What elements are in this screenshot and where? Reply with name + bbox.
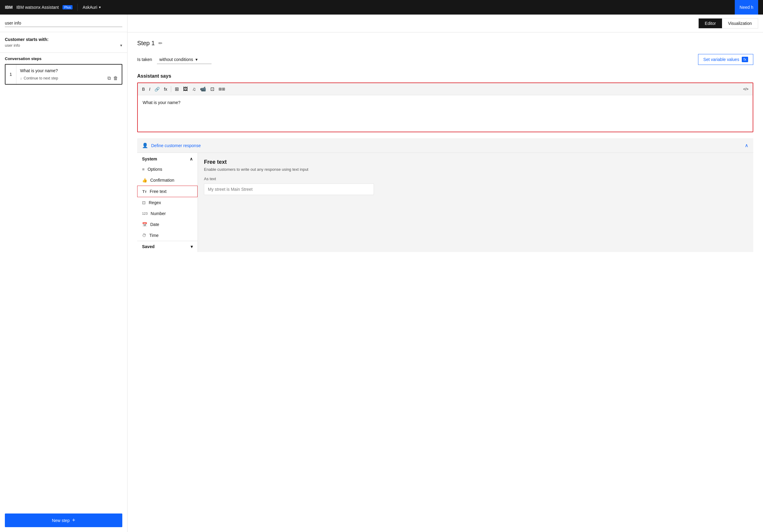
code-button[interactable]: </> <box>741 86 750 93</box>
as-text-input[interactable] <box>204 184 374 195</box>
response-detail: Free text Enable customers to write out … <box>198 153 753 252</box>
table-button[interactable]: ⊞ <box>173 85 180 93</box>
right-content: Editor Visualization Step 1 ✏ Is taken w… <box>128 15 763 532</box>
chevron-down-icon[interactable]: ▾ <box>120 43 122 47</box>
search-input[interactable] <box>5 19 122 27</box>
condition-label: Is taken <box>137 57 152 62</box>
regex-label: Regex <box>149 200 161 205</box>
condition-dropdown[interactable]: without conditions ▾ <box>157 55 212 64</box>
ibm-logo: IBM <box>5 5 13 10</box>
free-text-detail-desc: Enable customers to write out any respon… <box>204 167 747 172</box>
options-label: Options <box>148 167 162 172</box>
step-action-text: ↓ Continue to next step <box>20 76 58 80</box>
saved-chevron-icon: ▾ <box>191 244 193 249</box>
italic-button[interactable]: I <box>147 86 152 93</box>
number-icon: 123 <box>142 212 148 215</box>
date-icon: 📅 <box>142 222 147 227</box>
customer-starts-section: Customer starts with: user info ▾ <box>0 32 127 53</box>
bold-button[interactable]: B <box>140 86 147 93</box>
step-title: What is your name? <box>20 68 118 73</box>
set-variable-label: Set variable values <box>703 57 739 62</box>
navbar-workspace[interactable]: AskAuri ▾ <box>82 5 101 10</box>
response-item-options[interactable]: ≡ Options <box>137 164 198 175</box>
regex-icon: ⊡ <box>142 200 146 205</box>
condition-value: without conditions <box>159 57 193 62</box>
number-label: Number <box>151 211 166 216</box>
time-label: Time <box>149 233 159 238</box>
text-editor-container: B I 🔗 fx ⊞ 🖼 ♫ 📹 ⊡ ⊞⊞ </> What is your n… <box>137 82 753 132</box>
step-action-row: ↓ Continue to next step ⧉ 🗑 <box>20 75 118 81</box>
video-button[interactable]: 📹 <box>198 85 208 93</box>
search-bar <box>0 15 127 32</box>
arrow-down-icon: ↓ <box>20 76 22 80</box>
need-help-button[interactable]: Need h <box>735 0 758 15</box>
response-panel: System ∧ ≡ Options 👍 Confirmation <box>137 152 753 252</box>
step-card-content: What is your name? ↓ Continue to next st… <box>16 65 122 84</box>
main-layout: Customer starts with: user info ▾ Conver… <box>0 15 763 532</box>
conversation-steps: Conversation steps 1 What is your name? … <box>0 53 127 87</box>
condition-row: Is taken without conditions ▾ Set variab… <box>137 54 753 65</box>
navbar-right: Need h <box>735 0 758 15</box>
tab-editor[interactable]: Editor <box>699 19 722 28</box>
image-button[interactable]: 🖼 <box>181 85 190 93</box>
tab-group: Editor Visualization <box>698 18 758 29</box>
editor-toolbar: B I 🔗 fx ⊞ 🖼 ♫ 📹 ⊡ ⊞⊞ </> <box>138 83 753 95</box>
navbar-divider <box>77 4 78 11</box>
edit-pencil-icon[interactable]: ✏ <box>159 40 163 46</box>
response-item-free-text[interactable]: Tт Free text <box>137 186 198 197</box>
customer-starts-value-row: user info ▾ <box>5 43 122 47</box>
plan-badge: Plus <box>62 5 72 9</box>
saved-label: Saved <box>142 244 155 249</box>
saved-section-header[interactable]: Saved ▾ <box>137 241 198 252</box>
response-item-number[interactable]: 123 Number <box>137 208 198 219</box>
response-item-date[interactable]: 📅 Date <box>137 219 198 230</box>
new-step-button[interactable]: New step + <box>5 513 122 527</box>
response-list: System ∧ ≡ Options 👍 Confirmation <box>137 153 198 252</box>
confirmation-label: Confirmation <box>150 178 174 183</box>
tab-visualization[interactable]: Visualization <box>722 19 758 28</box>
link-button[interactable]: 🔗 <box>153 86 162 93</box>
brand-name: IBM watsonx Assistant <box>16 5 59 10</box>
free-text-icon: Tт <box>142 189 147 194</box>
copy-icon[interactable]: ⧉ <box>107 75 111 81</box>
response-item-confirmation[interactable]: 👍 Confirmation <box>137 175 198 186</box>
fx-badge: fx <box>742 57 748 62</box>
chevron-up-icon: ∧ <box>745 142 748 148</box>
confirmation-icon: 👍 <box>142 178 147 183</box>
conversation-steps-label: Conversation steps <box>5 56 122 61</box>
customer-starts-label: Customer starts with: <box>5 37 122 42</box>
saved-section: Saved ▾ <box>137 241 198 252</box>
person-icon: 👤 <box>142 142 148 148</box>
navbar-brand: IBM IBM watsonx Assistant Plus <box>5 5 72 10</box>
free-text-detail-title: Free text <box>204 159 747 165</box>
step-editor: Step 1 ✏ Is taken without conditions ▾ S… <box>128 33 763 532</box>
time-icon: ⏱ <box>142 233 146 238</box>
set-variable-button[interactable]: Set variable values fx <box>698 54 753 65</box>
response-item-time[interactable]: ⏱ Time <box>137 230 198 241</box>
step-number: 1 <box>5 65 16 84</box>
as-text-label: As text <box>204 177 747 181</box>
view-tabs: Editor Visualization <box>128 15 763 33</box>
step-action-icons: ⧉ 🗑 <box>107 75 118 81</box>
new-step-label: New step <box>52 518 69 523</box>
editor-content: What is your name? <box>143 100 180 105</box>
formula-button[interactable]: fx <box>162 86 169 93</box>
define-response-header[interactable]: 👤 Define customer response ∧ <box>137 138 753 152</box>
response-item-regex[interactable]: ⊡ Regex <box>137 197 198 208</box>
define-response-header-left: 👤 Define customer response <box>142 142 201 148</box>
step-card[interactable]: 1 What is your name? ↓ Continue to next … <box>5 64 122 85</box>
customer-starts-value: user info <box>5 43 20 47</box>
left-sidebar: Customer starts with: user info ▾ Conver… <box>0 15 128 532</box>
audio-button[interactable]: ♫ <box>190 85 198 93</box>
toolbar-separator-1 <box>171 86 171 92</box>
custom-button[interactable]: ⊞⊞ <box>217 86 227 93</box>
condition-chevron-icon: ▾ <box>195 57 198 62</box>
delete-icon[interactable]: 🗑 <box>113 75 118 81</box>
editor-body[interactable]: What is your name? <box>138 95 753 132</box>
step-title-label: Step 1 <box>137 40 155 47</box>
system-label: System <box>142 156 157 161</box>
date-label: Date <box>150 222 159 227</box>
system-section-header: System ∧ <box>137 153 198 164</box>
define-response-label: Define customer response <box>151 143 201 148</box>
screen-button[interactable]: ⊡ <box>208 85 216 93</box>
